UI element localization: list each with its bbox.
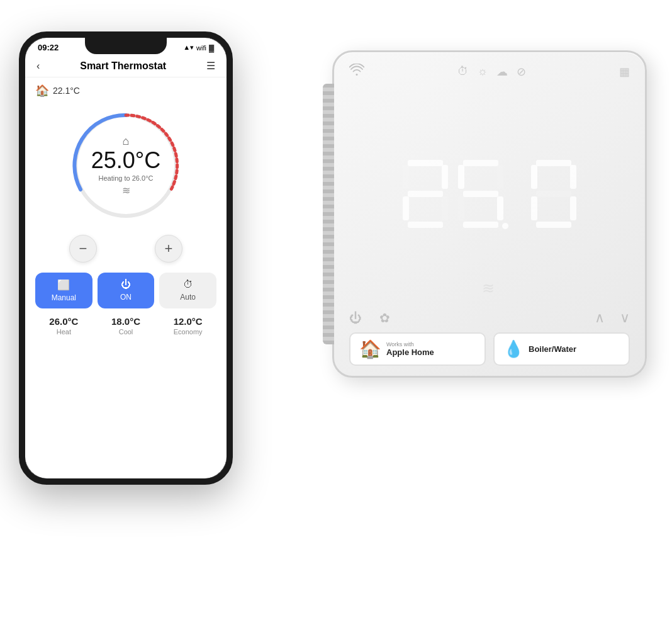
boiler-main-text: Boiler/Water [529, 344, 576, 354]
seg-a-d2 [408, 160, 443, 166]
status-icons: ▲▾ wifi ▓ [183, 43, 214, 52]
preset-heat: 26.0°C Heat [35, 316, 92, 336]
seg-a-d5 [463, 160, 498, 166]
thermostat-bottom-controls: ⏻ ✿ ∧ ∨ [349, 310, 630, 326]
thermostat-wifi-icon [349, 64, 364, 79]
mode-on-button[interactable]: ⏻ ON [98, 273, 155, 308]
thermostat-cloud-icon: ☁ [496, 65, 508, 79]
status-time: 09:22 [38, 43, 59, 52]
seg-g-d2 [408, 191, 443, 197]
app-content: 🏠 22.1°C ⌂ 25.0°C [25, 77, 227, 478]
temp-plus-button[interactable]: + [155, 235, 182, 263]
dial-home-icon: ⌂ [91, 135, 160, 148]
app-header: ‹ Smart Thermostat ☰ [25, 55, 227, 77]
signal-icon: ▲▾ [183, 43, 194, 52]
seg-b-d2 [442, 165, 448, 189]
mode-manual-button[interactable]: ⬜ Manual [35, 273, 92, 308]
thermostat-calendar-icon: ▦ [619, 65, 630, 79]
manual-icon: ⬜ [57, 279, 70, 291]
thermostat-leaf-icon: ⊘ [517, 65, 526, 79]
thermostat-fan-icon[interactable]: ✿ [379, 310, 390, 325]
display-heat-icon: ≋ [482, 280, 497, 297]
thermostat-arrows: ∧ ∨ [595, 310, 630, 326]
room-temp-value: 22.1°C [53, 86, 80, 96]
temp-minus-button[interactable]: − [69, 235, 97, 263]
seg-e-d2 [403, 196, 409, 220]
seg-c-d5 [497, 196, 503, 220]
dial-temp: 25.0°C [91, 147, 160, 173]
seg-c-d2 [442, 196, 448, 220]
heat-temp: 26.0°C [35, 316, 92, 327]
on-icon: ⏻ [121, 279, 131, 290]
home-temp-icon: 🏠 [35, 84, 49, 98]
boiler-water-badge: 💧 Boiler/Water [493, 332, 630, 366]
seg-f-d0 [531, 165, 537, 189]
cool-label: Cool [98, 328, 155, 336]
thermostat-top-icons: ⏱ ☼ ☁ ⊘ ▦ [349, 64, 630, 79]
manual-label: Manual [52, 293, 76, 302]
temp-controls: − + [69, 235, 182, 263]
digit-5 [458, 160, 503, 229]
digit-2 [403, 160, 448, 229]
seg-d-d5 [463, 222, 498, 228]
water-drop-icon: 💧 [503, 339, 524, 359]
seg-d-d0 [536, 222, 571, 228]
seg-e-d0 [531, 196, 537, 220]
room-temp-row: 🏠 22.1°C [35, 84, 80, 98]
preset-economy: 12.0°C Economy [159, 316, 216, 336]
thermostat-up-arrow[interactable]: ∧ [595, 310, 605, 326]
seg-b-d5 [497, 165, 503, 189]
apple-home-text: Works with Apple Home [386, 341, 434, 357]
thermostat-control-icons: ⏻ ✿ [349, 310, 390, 325]
mode-buttons: ⬜ Manual ⏻ ON ⏱ Auto [35, 273, 216, 308]
scene: 09:22 ▲▾ wifi ▓ ‹ Smart Thermostat ☰ 🏠 [0, 0, 672, 627]
back-button[interactable]: ‹ [36, 60, 40, 72]
preset-cool: 18.0°C Cool [98, 316, 155, 336]
thermostat-dial: ⌂ 25.0°C Heating to 26.0°C ≋ [63, 103, 189, 229]
boiler-text: Boiler/Water [529, 344, 576, 354]
thermostat-sun-icon: ☼ [478, 65, 488, 78]
heat-label: Heat [35, 328, 92, 336]
seg-display [403, 160, 576, 229]
seg-f-d5 [458, 165, 464, 189]
seg-d-d2 [408, 222, 443, 228]
dial-center: ⌂ 25.0°C Heating to 26.0°C ≋ [91, 135, 160, 196]
seg-f-d2 [403, 165, 409, 189]
on-label: ON [120, 293, 132, 302]
seg-b-d0 [570, 165, 576, 189]
economy-temp: 12.0°C [159, 316, 216, 327]
battery-icon: ▓ [209, 44, 214, 52]
auto-label: Auto [180, 293, 196, 302]
preset-row: 26.0°C Heat 18.0°C Cool 12.0°C Economy [35, 316, 216, 336]
economy-label: Economy [159, 328, 216, 336]
plus-icon: + [165, 240, 173, 257]
phone-notch [85, 38, 167, 54]
decimal-point [502, 223, 508, 229]
thermostat-timer-icon: ⏱ [457, 65, 469, 78]
thermostat-power-icon[interactable]: ⏻ [349, 311, 362, 325]
thermostat-badges: 🏠 Works with Apple Home 💧 Boiler/Water [349, 332, 630, 366]
phone-screen: 09:22 ▲▾ wifi ▓ ‹ Smart Thermostat ☰ 🏠 [25, 38, 227, 478]
digit-0 [531, 160, 576, 229]
wifi-status-icon: wifi [196, 44, 206, 52]
dial-heat-icon: ≋ [91, 184, 160, 196]
seg-e-d5 [458, 196, 464, 220]
dial-label: Heating to 26.0°C [91, 174, 160, 182]
thermostat-down-arrow[interactable]: ∨ [620, 310, 630, 326]
thermostat-display: ≋ [349, 87, 630, 302]
thermostat-mode-icons: ⏱ ☼ ☁ ⊘ [457, 65, 527, 79]
menu-button[interactable]: ☰ [206, 60, 215, 72]
cool-temp: 18.0°C [98, 316, 155, 327]
phone-device: 09:22 ▲▾ wifi ▓ ‹ Smart Thermostat ☰ 🏠 [19, 31, 233, 485]
seg-g-d5 [463, 191, 498, 197]
apple-home-icon: 🏠 [359, 339, 381, 359]
app-title: Smart Thermostat [80, 60, 166, 72]
seg-a-d0 [536, 160, 571, 166]
seg-c-d0 [570, 196, 576, 220]
mode-auto-button[interactable]: ⏱ Auto [159, 273, 216, 308]
thermostat-device: ⏱ ☼ ☁ ⊘ ▦ [332, 50, 647, 378]
apple-home-main-text: Apple Home [386, 347, 434, 357]
minus-icon: − [79, 240, 87, 257]
apple-home-small-text: Works with [386, 341, 434, 347]
seg-g-d0 [536, 191, 571, 197]
